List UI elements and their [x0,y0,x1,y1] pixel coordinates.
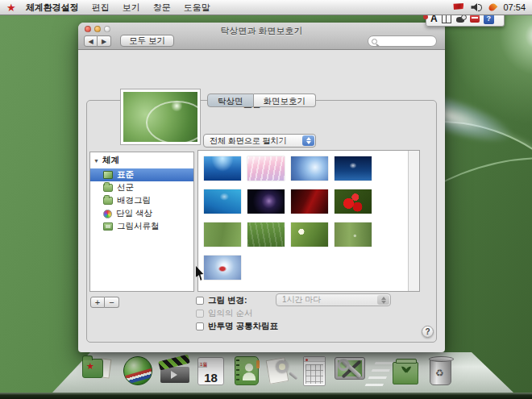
dock-item-browser[interactable] [121,354,155,388]
plant-icon [402,366,409,376]
dock: ★ 1월 18 [0,354,532,391]
trash-lid [429,356,454,362]
menu-help[interactable]: 도움말 [184,2,210,14]
dock-item-search[interactable] [264,354,298,388]
sidebar-item-label: 배경그림 [117,195,151,206]
wallpaper-thumbnail-night-sky[interactable] [335,156,372,181]
wallpaper-thumbnail-green-leaf[interactable] [204,222,241,247]
sidebar-item-songun[interactable]: 선군 [90,181,193,194]
wallpaper-thumbnail-dew-branch[interactable] [335,222,372,247]
layout-columns-icon[interactable] [442,15,451,23]
random-order-label: 임의의 순서 [208,308,252,319]
dock-bottom-strip [0,393,532,399]
red-star-logo-icon[interactable]: ★ [6,2,16,13]
interval-select[interactable]: 1시간 마다 [276,293,391,306]
sidebar-item-backgrounds[interactable]: 배경그림 [90,194,193,207]
translucent-menubar-label: 반투명 공통차림표 [208,321,278,332]
menu-view[interactable]: 보기 [123,2,140,14]
calendar-month: 1월 [198,362,207,368]
box-flap [396,359,417,364]
magnifier-icon [276,360,289,373]
source-group-header[interactable]: ▼ 체계 [90,152,193,168]
change-picture-label: 그림 변경: [208,295,247,306]
sidebar-item-pictures-folder[interactable]: 그림서류철 [90,220,193,233]
bird-icon[interactable] [455,15,466,23]
dock-item-system-preferences[interactable] [333,354,367,388]
globe-icon [123,356,152,385]
stretch-mode-select[interactable]: 전체 화면으로 펼치기 [203,134,316,148]
flame-icon[interactable] [488,2,498,13]
folder-icon [103,197,113,205]
globe-stripe [123,367,152,385]
wallpaper-thumbnail-red-streaks[interactable] [291,189,328,214]
help-button[interactable]: ? [422,326,434,338]
wallpaper-thumbnail-teal-sky[interactable] [204,189,241,214]
wallpaper-thumbnails [198,151,408,291]
wallpaper-thumbnail-space-planet[interactable] [247,189,285,214]
dock-item-media-player[interactable] [158,354,192,388]
window-content: 탁상면 화면보호기 표준 전체 화면으로 펼치기 ▼ 체계 표준 [78,50,445,352]
address-book-icon [235,356,259,385]
color-wheel-icon [103,210,112,218]
menu-bar: ★ 체계환경설정 편집 보기 창문 도움말 07:54 [0,0,532,15]
stamp-icon[interactable] [470,15,480,23]
interval-value: 1시간 마다 [282,295,321,304]
person-icon [245,364,253,372]
desktop: ★ 체계환경설정 편집 보기 창문 도움말 07:54 A ? [0,0,532,399]
back-button[interactable]: ◀ [84,35,98,47]
menu-window[interactable]: 창문 [153,2,171,14]
pictures-folder-icon [103,222,113,231]
change-picture-checkbox[interactable] [196,297,204,305]
sidebar-item-label: 표준 [117,169,134,181]
sidebar-item-label: 그림서류철 [117,221,160,232]
window-titlebar[interactable]: 탁상면과 화면보호기 ◀ ▶ 모두 보기 [78,23,445,50]
wallpaper-thumbnail-blue-swirl[interactable] [291,156,328,181]
add-folder-button[interactable]: + [90,297,105,308]
wallpaper-thumbnail-ocean-blue[interactable] [204,156,241,181]
search-icon [372,39,377,44]
picture-icon [103,171,113,179]
wallpaper-thumbnail-pink-dawn[interactable] [247,156,285,181]
volume-menu[interactable] [471,3,482,12]
speaker-wave-icon [478,4,482,11]
wallpaper-source-list: ▼ 체계 표준 선군 배경그림 단일 색상 [89,152,194,292]
wallpaper-thumbnail-grass-butterfly[interactable] [247,222,285,247]
software-box-icon [393,362,418,384]
recycle-icon: ♻ [435,368,444,379]
dock-item-trash[interactable]: ♻ [424,354,458,388]
tab-desktop[interactable]: 탁상면 [207,94,254,107]
sidebar-item-solid-color[interactable]: 단일 색상 [90,207,193,220]
sidebar-item-default[interactable]: 표준 [90,168,193,181]
tab-bar: 탁상면 화면보호기 [78,94,445,107]
calendar-icon: 1월 18 [197,357,224,385]
search-input[interactable] [368,35,437,47]
star-icon: ★ [86,361,94,372]
tab-screensaver[interactable]: 화면보호기 [254,94,317,107]
folder-icon [103,184,113,192]
calculator-keys [305,364,323,384]
menu-app[interactable]: 체계환경설정 [26,2,79,14]
grid-scrollbar[interactable] [408,151,419,291]
calculator-titlebar [304,357,325,362]
show-all-button[interactable]: 모두 보기 [120,35,174,47]
source-group-label: 체계 [102,155,119,166]
play-icon [171,371,177,379]
wallpaper-thumbnail-swirl-slogan[interactable] [204,256,241,280]
book-rings [236,360,239,384]
menu-clock[interactable]: 07:54 [503,2,526,12]
dock-item-software-manager[interactable] [389,354,422,388]
trash-icon: ♻ [430,359,451,385]
dock-item-calculator[interactable] [298,354,332,388]
random-order-checkbox[interactable] [196,310,204,318]
menu-edit[interactable]: 편집 [92,2,110,14]
translucent-menubar-checkbox[interactable] [196,322,204,330]
remove-folder-button[interactable]: − [105,297,119,308]
dock-item-file-manager[interactable]: ★ [81,354,114,388]
dock-item-calendar[interactable]: 1월 18 [194,354,228,388]
disclosure-triangle-icon[interactable]: ▼ [94,158,99,164]
wallpaper-thumbnail-cherries[interactable] [335,189,372,214]
flag-icon[interactable] [452,3,463,11]
forward-button[interactable]: ▶ [98,35,111,47]
dock-item-address-book[interactable] [231,354,264,388]
wallpaper-thumbnail-leaves-butterfly[interactable] [291,222,328,247]
